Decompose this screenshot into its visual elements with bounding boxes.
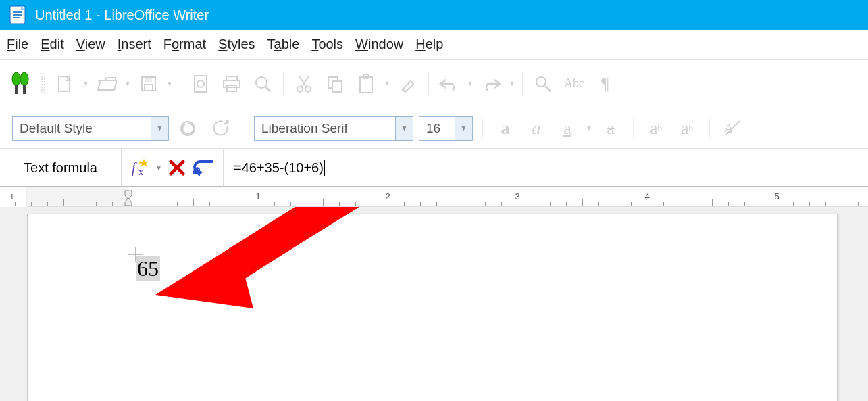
svg-marker-43 bbox=[125, 198, 132, 206]
chevron-down-icon[interactable]: ▼ bbox=[455, 117, 472, 140]
svg-rect-7 bbox=[15, 85, 18, 94]
paragraph-style-combo[interactable]: Default Style ▼ bbox=[12, 116, 169, 141]
menu-insert[interactable]: Insert bbox=[118, 37, 151, 52]
text-caret bbox=[324, 160, 325, 176]
formatting-toolbar: Default Style ▼ Liberation Serif ▼ 16 ▼ … bbox=[0, 108, 868, 149]
menu-format[interactable]: Format bbox=[163, 37, 206, 52]
dropdown-arrow-icon[interactable]: ▼ bbox=[82, 80, 89, 87]
svg-line-30 bbox=[545, 86, 551, 91]
function-wizard-icon[interactable]: f x bbox=[128, 156, 153, 180]
strikethrough-icon[interactable]: a bbox=[598, 116, 623, 141]
formula-bar-label: Text formula bbox=[0, 149, 122, 186]
paragraph-style-value: Default Style bbox=[13, 121, 99, 136]
chevron-down-icon[interactable]: ▼ bbox=[395, 117, 413, 140]
svg-rect-3 bbox=[13, 14, 22, 16]
menu-edit[interactable]: Edit bbox=[41, 37, 63, 52]
ruler: L 12345 bbox=[0, 187, 868, 207]
subscript-icon[interactable]: ab bbox=[674, 116, 700, 141]
svg-point-14 bbox=[197, 80, 204, 87]
new-document-icon[interactable] bbox=[51, 70, 78, 97]
find-replace-icon[interactable] bbox=[530, 70, 557, 97]
window-title: Untitled 1 - LibreOffice Writer bbox=[35, 7, 209, 23]
svg-rect-17 bbox=[227, 85, 236, 91]
svg-rect-12 bbox=[145, 85, 153, 91]
document-page[interactable]: 65 bbox=[27, 214, 838, 401]
separator bbox=[283, 72, 284, 95]
copy-icon[interactable] bbox=[322, 70, 349, 97]
find-icon[interactable] bbox=[7, 70, 34, 97]
svg-point-29 bbox=[536, 77, 546, 87]
font-size-value: 16 bbox=[419, 121, 447, 136]
svg-rect-4 bbox=[13, 17, 20, 18]
svg-rect-28 bbox=[401, 89, 405, 92]
svg-line-19 bbox=[265, 87, 270, 91]
dropdown-arrow-icon[interactable]: ▼ bbox=[384, 80, 390, 87]
dropdown-arrow-icon[interactable]: ▼ bbox=[166, 80, 173, 87]
formula-input-value: =46+35-(10+6) bbox=[234, 160, 324, 176]
svg-rect-8 bbox=[23, 85, 26, 94]
accept-icon[interactable] bbox=[192, 156, 216, 180]
chevron-down-icon[interactable]: ▼ bbox=[151, 117, 168, 140]
document-area: 65 bbox=[0, 207, 868, 401]
svg-marker-38 bbox=[138, 160, 143, 164]
dropdown-arrow-icon[interactable]: ▼ bbox=[509, 80, 515, 87]
menu-window[interactable]: Window bbox=[355, 37, 403, 52]
svg-rect-16 bbox=[224, 80, 240, 87]
separator bbox=[522, 72, 523, 95]
svg-point-18 bbox=[256, 77, 267, 88]
update-style-icon[interactable] bbox=[174, 115, 201, 142]
svg-point-5 bbox=[12, 72, 20, 86]
window-titlebar: Untitled 1 - LibreOffice Writer bbox=[0, 0, 868, 30]
italic-icon[interactable]: a bbox=[524, 116, 549, 141]
formula-input[interactable]: =46+35-(10+6) bbox=[224, 149, 868, 186]
open-icon[interactable] bbox=[93, 70, 120, 97]
svg-rect-13 bbox=[195, 76, 207, 92]
menu-tools[interactable]: Tools bbox=[311, 37, 343, 52]
separator bbox=[41, 72, 45, 95]
paste-icon[interactable] bbox=[353, 70, 380, 97]
formatting-marks-icon[interactable]: ¶ bbox=[592, 70, 619, 97]
menu-view[interactable]: View bbox=[76, 37, 105, 52]
underline-icon[interactable]: a bbox=[555, 116, 580, 141]
font-size-combo[interactable]: 16 ▼ bbox=[419, 116, 473, 141]
format-paintbrush-icon[interactable] bbox=[394, 70, 422, 97]
superscript-icon[interactable]: ab bbox=[643, 116, 669, 141]
svg-rect-2 bbox=[13, 11, 22, 13]
separator bbox=[428, 72, 429, 95]
menu-styles[interactable]: Styles bbox=[218, 37, 255, 52]
undo-icon[interactable] bbox=[436, 70, 463, 97]
print-preview-icon[interactable] bbox=[249, 70, 276, 97]
menu-help[interactable]: Help bbox=[415, 37, 443, 52]
svg-rect-11 bbox=[145, 77, 152, 82]
formula-result[interactable]: 65 bbox=[136, 256, 160, 281]
horizontal-ruler[interactable]: 12345 bbox=[27, 187, 868, 207]
menu-table[interactable]: Table bbox=[267, 37, 300, 52]
redo-icon[interactable] bbox=[478, 70, 505, 97]
dropdown-arrow-icon[interactable]: ▼ bbox=[586, 124, 592, 132]
dropdown-arrow-icon[interactable]: ▼ bbox=[124, 80, 131, 87]
svg-text:f: f bbox=[132, 160, 137, 176]
svg-rect-26 bbox=[360, 77, 372, 93]
cut-icon[interactable] bbox=[290, 70, 317, 97]
new-style-icon[interactable] bbox=[207, 115, 234, 142]
export-pdf-icon[interactable] bbox=[187, 70, 214, 97]
print-icon[interactable] bbox=[218, 70, 245, 97]
bold-icon[interactable]: a bbox=[492, 116, 518, 141]
separator bbox=[633, 118, 634, 139]
separator bbox=[709, 118, 710, 139]
formula-toolbar: f x ▼ bbox=[122, 149, 224, 186]
formula-bar: Text formula f x ▼ =46+35-(10+6) bbox=[0, 149, 868, 187]
app-icon bbox=[9, 5, 26, 24]
menu-file[interactable]: File bbox=[7, 37, 28, 52]
save-icon[interactable] bbox=[135, 70, 162, 97]
dropdown-arrow-icon[interactable]: ▼ bbox=[155, 164, 162, 172]
svg-point-6 bbox=[20, 72, 28, 86]
dropdown-arrow-icon[interactable]: ▼ bbox=[467, 80, 474, 87]
separator bbox=[180, 72, 180, 95]
menu-bar: File Edit View Insert Format Styles Tabl… bbox=[0, 30, 868, 60]
clear-formatting-icon[interactable]: A bbox=[719, 116, 745, 141]
ruler-corner: L bbox=[0, 187, 27, 207]
font-name-combo[interactable]: Liberation Serif ▼ bbox=[254, 116, 413, 141]
spellcheck-icon[interactable]: Abc bbox=[561, 70, 588, 97]
cancel-icon[interactable] bbox=[165, 156, 189, 180]
